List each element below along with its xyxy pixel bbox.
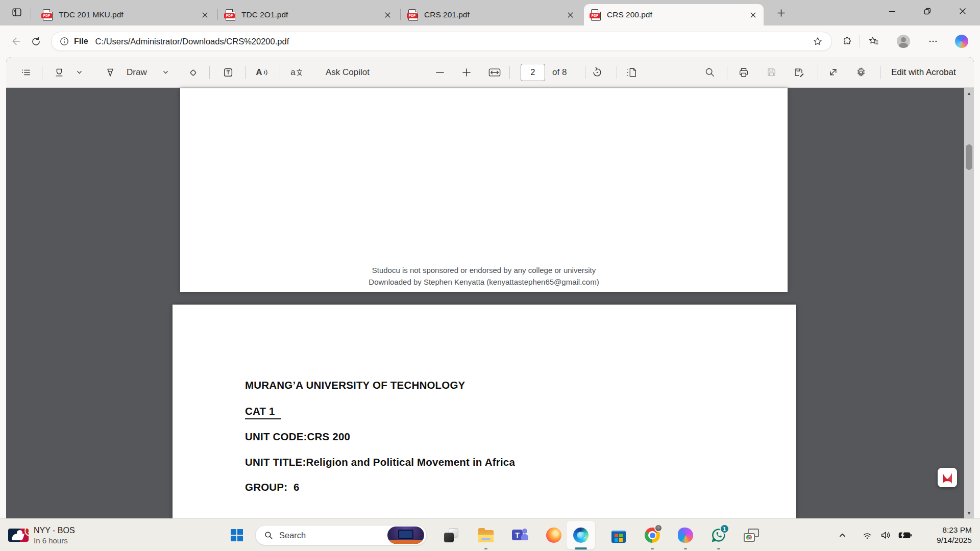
save-as-icon[interactable] <box>789 63 808 82</box>
fit-to-width-icon[interactable] <box>485 63 504 82</box>
info-icon[interactable] <box>60 37 69 46</box>
translate-icon[interactable]: a <box>287 63 306 82</box>
edge-icon-active[interactable] <box>567 521 595 549</box>
draw-label[interactable]: Draw <box>127 67 147 78</box>
search-icon[interactable] <box>700 63 719 82</box>
settings-gear-icon[interactable] <box>851 63 871 82</box>
pdf-content-area[interactable]: Studocu is not sponsored or endorsed by … <box>6 88 974 518</box>
taskbar: 2 NYY - BOS In 6 hours Search <box>0 518 980 551</box>
tab-close-icon[interactable] <box>746 8 760 21</box>
whatsapp-badge: 1 <box>720 524 729 534</box>
toolbar-divider <box>727 66 727 79</box>
scroll-down-icon[interactable]: ▼ <box>964 508 974 518</box>
draw-pen-icon[interactable] <box>101 63 120 82</box>
running-indicator <box>651 548 654 549</box>
pdf-page-1: Studocu is not sponsored or endorsed by … <box>180 88 788 292</box>
widgets-button[interactable]: 2 NYY - BOS In 6 hours <box>3 522 80 548</box>
doc-unit-title: UNIT TITLE:Religion and Political Moveme… <box>245 456 515 468</box>
toolbar-divider <box>209 66 210 79</box>
copilot-taskbar-icon[interactable] <box>673 523 698 547</box>
save-icon[interactable] <box>762 63 781 82</box>
url-text[interactable]: C:/Users/Administrator/Downloads/CRS%202… <box>95 37 809 46</box>
refresh-button[interactable] <box>27 32 45 51</box>
teams-icon[interactable]: T <box>507 523 532 547</box>
tab-close-icon[interactable] <box>198 8 211 21</box>
tab-divider <box>31 9 31 20</box>
edit-with-acrobat-button[interactable]: Edit with Acrobat <box>891 67 956 78</box>
widget-subtitle: In 6 hours <box>34 536 75 545</box>
scrollbar-thumb[interactable] <box>966 144 972 170</box>
whatsapp-icon[interactable]: 1 <box>706 523 731 547</box>
bookmark-star-icon[interactable] <box>809 33 826 50</box>
chevron-down-icon[interactable] <box>159 63 172 82</box>
firefox-icon[interactable] <box>542 523 566 547</box>
taskbar-search-box[interactable]: Search <box>255 525 427 545</box>
tab-close-icon[interactable] <box>381 8 394 21</box>
copilot-icon[interactable] <box>952 32 971 51</box>
back-button[interactable] <box>6 32 24 51</box>
address-row: File C:/Users/Administrator/Downloads/CR… <box>0 26 980 57</box>
downloaded-by-note: Downloaded by Stephen Kenyatta (kenyatta… <box>180 278 788 286</box>
active-app-indicator <box>575 547 587 549</box>
page-number-input[interactable] <box>521 64 545 81</box>
pdf-file-icon: PDF <box>226 9 235 21</box>
tab-label: CRS 201.pdf <box>424 10 564 19</box>
translate-glyph: a <box>290 67 295 78</box>
profile-avatar[interactable] <box>894 32 913 51</box>
eraser-icon[interactable] <box>183 63 203 82</box>
scroll-up-icon[interactable]: ▲ <box>964 88 974 98</box>
tab-tdc-201-mku[interactable]: PDF TDC 201 MKU.pdf <box>36 4 215 26</box>
highlighter-icon[interactable] <box>50 63 69 82</box>
fullscreen-icon[interactable] <box>823 63 843 82</box>
remote-desktop-icon[interactable] <box>739 523 764 547</box>
doc-university-title: MURANG’A UNIVERSITY OF TECHNOLOGY <box>245 379 465 391</box>
new-tab-button[interactable] <box>772 6 790 20</box>
chrome-icon[interactable] <box>640 523 665 547</box>
tab-strip: PDF TDC 201 MKU.pdf PDF TDC 2O1.pdf PDF … <box>0 0 980 26</box>
clock[interactable]: 8:23 PM 9/14/2025 <box>919 524 974 546</box>
folder-glyph <box>478 530 494 542</box>
zoom-in-icon[interactable] <box>457 63 476 82</box>
ask-copilot-button[interactable]: Ask Copilot <box>326 67 370 78</box>
restore-button[interactable] <box>912 0 943 22</box>
tab-actions-menu-button[interactable] <box>7 5 27 21</box>
tab-crs-200-active[interactable]: PDF CRS 200.pdf <box>584 4 764 26</box>
doc-cat-text: CAT 1 <box>245 405 281 419</box>
whatsapp-glyph: 1 <box>711 528 726 543</box>
close-window-button[interactable] <box>947 0 978 22</box>
favorites-icon[interactable] <box>865 32 883 51</box>
task-view-icon[interactable] <box>439 523 463 547</box>
volume-icon[interactable] <box>877 524 894 546</box>
print-icon[interactable] <box>734 63 753 82</box>
search-icon <box>264 531 273 540</box>
add-text-icon[interactable] <box>218 63 238 82</box>
pdf-viewer: Draw A a <box>6 57 974 518</box>
toolbar-divider <box>880 66 880 79</box>
tab-tdc-2o1[interactable]: PDF TDC 2O1.pdf <box>218 4 398 26</box>
page-view-icon[interactable] <box>622 63 642 82</box>
page-count-label: of 8 <box>552 67 567 78</box>
extensions-icon[interactable] <box>838 32 856 51</box>
file-explorer-icon[interactable] <box>474 523 498 547</box>
pdf-page-2: MURANG’A UNIVERSITY OF TECHNOLOGY CAT 1 … <box>173 305 796 518</box>
zoom-out-icon[interactable] <box>430 63 450 82</box>
rotate-icon[interactable] <box>587 63 607 82</box>
toolbar-divider <box>280 66 280 79</box>
more-options-icon[interactable] <box>924 32 942 51</box>
read-aloud-icon[interactable]: A <box>253 63 272 82</box>
wifi-icon[interactable] <box>859 524 876 546</box>
store-glyph <box>611 531 626 543</box>
tab-close-icon[interactable] <box>564 8 577 21</box>
doc-cat-heading: CAT 1 <box>245 405 281 419</box>
microsoft-store-icon[interactable] <box>606 523 631 547</box>
chevron-down-icon[interactable] <box>72 63 86 82</box>
vertical-scrollbar[interactable]: ▲ ▼ <box>964 88 974 518</box>
battery-charging-icon[interactable] <box>895 524 915 546</box>
address-bar[interactable]: File C:/Users/Administrator/Downloads/CR… <box>51 32 832 51</box>
acrobat-button[interactable] <box>938 468 957 487</box>
table-of-contents-icon[interactable] <box>16 63 36 82</box>
minimize-button[interactable] <box>876 0 908 22</box>
tray-chevron-up-icon[interactable] <box>833 524 851 546</box>
start-button[interactable] <box>225 523 249 547</box>
tab-crs-201[interactable]: PDF CRS 201.pdf <box>401 4 581 26</box>
